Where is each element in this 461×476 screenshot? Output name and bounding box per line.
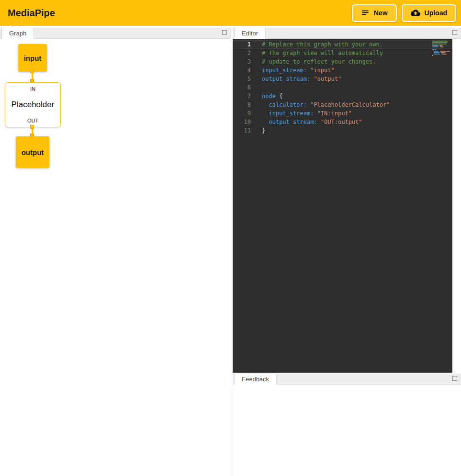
port-connector: [30, 69, 34, 73]
feedback-panel: Feedback: [233, 374, 461, 476]
editor-maximize-icon[interactable]: [452, 30, 457, 35]
app-header: MediaPipe New Upload: [0, 0, 461, 26]
header-buttons: New Upload: [352, 4, 456, 22]
code-line[interactable]: 3# update to reflect your changes.: [233, 57, 452, 66]
code-line[interactable]: 1# Replace this graph with your own.: [233, 40, 452, 49]
editor-scrollbar[interactable]: [452, 39, 461, 373]
placeholder-title: Placeholder: [11, 100, 55, 110]
graph-node-input[interactable]: input: [18, 44, 47, 72]
code-line[interactable]: 7node {: [233, 92, 452, 100]
placeholder-out-port: OUT: [27, 118, 38, 123]
graph-panel: Graph input IN Placeholder OUT output: [0, 28, 231, 476]
code-line[interactable]: 9 input_stream: "IN:input": [233, 109, 452, 118]
code-editor[interactable]: 1# Replace this graph with your own.2# T…: [233, 39, 452, 373]
editor-body: 1# Replace this graph with your own.2# T…: [233, 39, 461, 373]
code-line[interactable]: 11}: [233, 126, 452, 135]
code-line[interactable]: 5output_stream: "output": [233, 75, 452, 83]
placeholder-in-port: IN: [30, 86, 35, 92]
new-graph-icon: [361, 9, 370, 17]
cloud-upload-icon: [411, 8, 420, 18]
code-line[interactable]: 10 output_stream: "OUT:output": [233, 118, 452, 126]
graph-node-output[interactable]: output: [16, 136, 49, 168]
graph-node-placeholder[interactable]: IN Placeholder OUT: [5, 82, 61, 127]
feedback-body: [233, 385, 461, 476]
code-line[interactable]: 2# The graph view will automatically: [233, 49, 452, 57]
new-button-label: New: [374, 9, 388, 17]
app-title: MediaPipe: [8, 8, 55, 19]
upload-button[interactable]: Upload: [402, 4, 456, 22]
feedback-panel-strip: Feedback: [233, 374, 461, 385]
upload-button-label: Upload: [425, 9, 447, 17]
editor-minimap[interactable]: [432, 41, 450, 56]
code-line[interactable]: 8 calculator: "PlaceholderCalculator": [233, 100, 452, 109]
code-line[interactable]: 4input_stream: "input": [233, 66, 452, 75]
tab-feedback[interactable]: Feedback: [234, 374, 277, 385]
graph-panel-strip: Graph: [0, 28, 231, 39]
editor-panel: Editor 1# Replace this graph with your o…: [233, 28, 461, 373]
tab-graph[interactable]: Graph: [1, 28, 34, 39]
feedback-maximize-icon[interactable]: [452, 376, 457, 381]
graph-maximize-icon[interactable]: [222, 30, 227, 35]
code-lines: 1# Replace this graph with your own.2# T…: [233, 40, 452, 135]
editor-panel-strip: Editor: [233, 28, 461, 39]
tab-editor[interactable]: Editor: [234, 28, 266, 39]
graph-canvas[interactable]: input IN Placeholder OUT output: [0, 39, 231, 476]
app-root: MediaPipe New Upload: [0, 0, 461, 476]
new-button[interactable]: New: [352, 4, 397, 22]
port-connector: [30, 125, 34, 129]
code-line[interactable]: 6: [233, 83, 452, 92]
